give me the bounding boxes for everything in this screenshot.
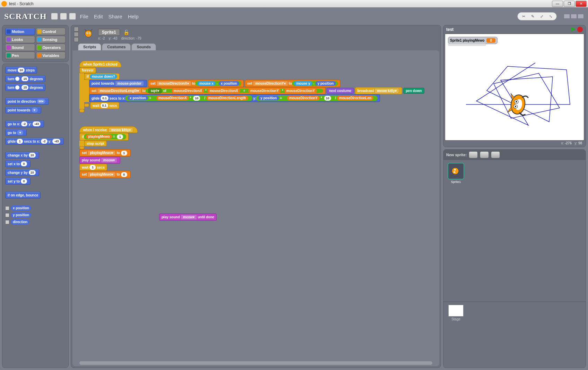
ypos-checkbox[interactable]: [5, 213, 9, 217]
category-motion[interactable]: Motion: [5, 28, 35, 35]
view-small-button[interactable]: [564, 14, 570, 19]
tab-sounds[interactable]: Sounds: [131, 43, 156, 50]
op-minus-2[interactable]: mouse y - y position: [292, 81, 338, 86]
block-stop-script[interactable]: stop script: [84, 141, 107, 146]
block-wait-1[interactable]: wait 0.1 secs: [90, 102, 119, 109]
rotation-none-button[interactable]: [74, 37, 79, 42]
block-glide-formula[interactable]: glide 0.1 secs to x: x position + mouseD…: [89, 94, 380, 102]
tab-scripts[interactable]: Scripts: [78, 43, 101, 50]
block-wait-2[interactable]: wait 1 secs: [79, 164, 107, 171]
menu-help[interactable]: Help: [128, 14, 139, 19]
reporter-xposition[interactable]: x position: [11, 205, 31, 211]
block-point-direction[interactable]: point in direction90▾: [5, 98, 49, 105]
block-goto[interactable]: go to▾: [5, 129, 27, 136]
op-eq[interactable]: playingMewo = 1: [84, 134, 126, 140]
window-maximize-button[interactable]: ❐: [564, 1, 575, 7]
grow-icon[interactable]: ⤢: [538, 13, 545, 19]
editor-tabs: Scripts Costumes Sounds: [71, 43, 441, 50]
category-pen[interactable]: Pen: [5, 52, 35, 59]
block-turn-ccw[interactable]: turn15degrees: [5, 84, 45, 91]
save-icon[interactable]: [60, 13, 67, 20]
op-sqrt[interactable]: sqrt▾ of mouseDirectionX * mouseDirectio…: [146, 89, 323, 93]
sprite-item-sprite1[interactable]: Sprite1: [446, 163, 466, 184]
block-next-costume[interactable]: next costume: [327, 88, 354, 94]
block-set-mdx[interactable]: set mouseDirectionX▾ to mouse x - x posi…: [148, 80, 244, 87]
surprise-sprite-button[interactable]: [491, 151, 500, 158]
block-bounce[interactable]: if on edge, bounce: [5, 192, 41, 199]
reporter-yposition[interactable]: y position: [11, 212, 31, 218]
forever-end: [79, 109, 84, 112]
block-point-towards-mouse[interactable]: point towards mouse-pointer: [89, 80, 147, 87]
block-play-sound[interactable]: play sound meow▾: [79, 157, 120, 164]
choose-sprite-file-button[interactable]: [480, 151, 489, 158]
script-1[interactable]: when Sprite1 clicked forever if mouse do…: [79, 61, 432, 112]
stop-button[interactable]: [577, 27, 583, 32]
view-medium-button[interactable]: [571, 14, 577, 19]
lock-icon[interactable]: 🔓: [123, 30, 129, 35]
category-sound[interactable]: Sound: [5, 44, 35, 51]
block-change-y[interactable]: change y by10: [5, 169, 39, 176]
menu-file[interactable]: File: [80, 14, 88, 19]
category-operators[interactable]: Operators: [36, 44, 66, 51]
stage-list: Stage: [443, 302, 586, 368]
reporter-mouse-down[interactable]: mouse down?: [90, 74, 117, 79]
stamp-icon[interactable]: ✂: [520, 13, 527, 19]
category-looks[interactable]: Looks: [5, 36, 35, 43]
menu-edit[interactable]: Edit: [94, 14, 103, 19]
window-close-button[interactable]: ✕: [576, 1, 587, 7]
window-minimize-button[interactable]: —: [552, 1, 563, 7]
hat-when-clicked[interactable]: when Sprite1 clicked: [79, 61, 121, 67]
sprite-list: Sprite1: [443, 160, 586, 302]
category-sensing[interactable]: Sensing: [36, 36, 66, 43]
category-variables[interactable]: Variables: [36, 52, 66, 59]
hat-when-receive[interactable]: when I receive meow kitty▾: [79, 126, 138, 133]
block-if-2[interactable]: if playingMewo = 1: [79, 133, 129, 141]
block-set-playing-1[interactable]: set playingMewo▾ to 1: [79, 149, 131, 157]
script-2[interactable]: when I receive meow kitty▾ if playingMew…: [79, 126, 432, 178]
block-set-mdy[interactable]: set mouseDirectionY▾ to mouse y - y posi…: [245, 80, 340, 87]
stage[interactable]: Sprite1 playingMewo 0: [445, 34, 584, 141]
view-presentation-button[interactable]: [578, 14, 584, 19]
variable-watcher[interactable]: Sprite1 playingMewo 0: [448, 37, 498, 44]
variable-slider[interactable]: [448, 44, 486, 46]
orphan-block[interactable]: play sound meow▾ until done: [159, 213, 217, 221]
block-set-playing-0[interactable]: set playingMewo▾ to 0: [79, 171, 131, 178]
block-turn-cw[interactable]: turn15degrees: [5, 75, 45, 82]
sprite-header: Sprite1 🔓 x: -2 y: -43 direction: -79: [71, 25, 441, 43]
reporter-direction[interactable]: direction: [11, 219, 29, 225]
globe-icon[interactable]: [51, 13, 58, 20]
open-icon[interactable]: [69, 13, 76, 20]
xpos-checkbox[interactable]: [5, 206, 9, 210]
block-set-y[interactable]: set y to0: [5, 178, 31, 185]
scripts-area[interactable]: when Sprite1 clicked forever if mouse do…: [72, 50, 439, 366]
scratch-logo: SCRATCH: [4, 12, 47, 21]
block-move-steps[interactable]: move10steps: [5, 67, 37, 74]
scissors-icon[interactable]: ✎: [529, 13, 536, 19]
block-if[interactable]: if mouse down?: [84, 73, 120, 80]
block-pen-down[interactable]: pen down: [403, 88, 424, 94]
rotation-leftright-button[interactable]: [74, 32, 79, 37]
stage-item[interactable]: Stage: [446, 305, 466, 321]
block-set-x[interactable]: set x to0: [5, 160, 31, 167]
horizontal-scrollbar[interactable]: [79, 361, 432, 365]
block-point-towards[interactable]: point towards▾: [5, 107, 41, 113]
block-set-mdl[interactable]: set mouseDirectionLength▾ to sqrt▾ of mo…: [89, 87, 326, 94]
category-control[interactable]: Control: [36, 28, 66, 35]
tab-costumes[interactable]: Costumes: [102, 43, 131, 50]
block-change-x[interactable]: change x by10: [5, 152, 39, 159]
block-glide[interactable]: glide1secs to x:-2y:-43: [5, 138, 64, 145]
sprite-name-field[interactable]: Sprite1: [98, 29, 120, 36]
rotation-full-button[interactable]: [74, 27, 79, 32]
stage-coords: x: -276 y: 98: [443, 141, 586, 147]
paint-new-sprite-button[interactable]: [469, 151, 478, 158]
svg-point-4: [89, 33, 90, 34]
block-broadcast[interactable]: broadcast meow kitty▾: [355, 87, 402, 94]
shrink-icon[interactable]: ⤡: [547, 13, 554, 19]
block-forever[interactable]: forever: [79, 67, 96, 73]
op-minus-1[interactable]: mouse x - x position: [195, 81, 241, 86]
menu-share[interactable]: Share: [109, 14, 122, 19]
block-goto-xy[interactable]: go to x:-2y:-43: [5, 120, 44, 127]
dir-checkbox[interactable]: [5, 220, 9, 224]
green-flag-button[interactable]: ⚑: [570, 26, 575, 33]
window-title: test - Scratch: [9, 1, 552, 6]
